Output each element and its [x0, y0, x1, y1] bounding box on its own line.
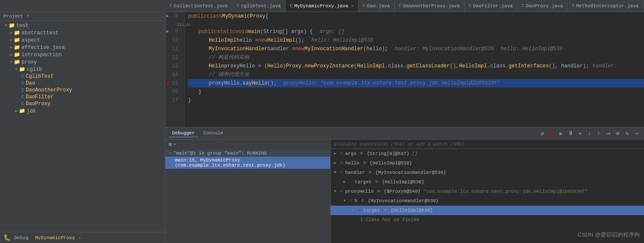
step-into-button[interactable]: ↓: [586, 130, 593, 137]
close-icon[interactable]: ✕: [78, 235, 81, 240]
var-item-proxyhello[interactable]: ▼ ○ proxyHello = {$Proxy0@540} "com.exam…: [331, 187, 644, 196]
watermark: CSDN @爱叨叨的程序狗: [577, 231, 640, 239]
code-content[interactable]: public class MyDynamicProxy { public sta…: [185, 12, 644, 127]
tab-MethodInterceptor[interactable]: i MethodInterceptor.java: [568, 0, 643, 12]
pause-button[interactable]: ⏸: [567, 130, 574, 137]
step-over-button[interactable]: ↷: [576, 130, 584, 137]
tab-MyDynamicProxy[interactable]: C MyDynamicProxy.java ✕: [286, 0, 358, 12]
tab-label: CglibTest.java: [241, 3, 280, 9]
tree-item-effectivejava[interactable]: ▶ 📁 effective.java: [0, 44, 165, 51]
folder-icon: 📁: [14, 37, 20, 43]
tree-label: jdk: [27, 108, 36, 114]
step-out-button[interactable]: ↑: [595, 130, 603, 137]
var-item-proxyhello-h-target[interactable]: ▼ ⚠ target = {HelloImpl@538}: [331, 206, 644, 215]
tree-label: DaoFilter: [26, 94, 54, 100]
chevron-right-icon: ▶: [14, 109, 19, 113]
mute-button[interactable]: ⊘: [614, 130, 622, 137]
code-line-10: HelloImpl hello = new HelloImpl (); hell…: [188, 36, 644, 45]
chevron-down-icon: ▼: [9, 60, 14, 64]
tree-label: abstracttest: [21, 30, 58, 36]
main-layout: Project ▼ ▼ 📁 test ▶ 📁 abstracttest ▶: [0, 12, 644, 243]
run-to-cursor-button[interactable]: ⟶: [605, 130, 612, 137]
folder-icon: 📁: [14, 44, 20, 51]
var-type-icon-red: ⚠: [358, 207, 361, 214]
class-icon: C: [21, 88, 24, 93]
code-line-16: }: [188, 88, 644, 96]
tab-Dao[interactable]: C Dao.java: [358, 0, 395, 12]
resume-button[interactable]: ▶: [557, 130, 565, 137]
folder-icon: 📁: [14, 59, 20, 65]
tab-icon-java: C: [469, 3, 471, 8]
check-icon: ✓: [169, 150, 172, 156]
tab-icon-interface: i: [572, 3, 574, 8]
tree-item-proxy[interactable]: ▼ 📁 proxy: [0, 58, 165, 66]
filter-icon[interactable]: ⊞: [169, 141, 172, 148]
tree-item-jdk[interactable]: ▶ 📁 jdk: [0, 107, 165, 115]
class-icon: C: [21, 95, 24, 100]
var-type-icon: ○: [340, 188, 343, 195]
tab-label: Dao.java: [367, 3, 390, 9]
tab-console[interactable]: Console: [200, 130, 227, 137]
tab-DaoAnotherProxy[interactable]: C DaoAnotherProxy.java: [395, 0, 465, 12]
dropdown-icon[interactable]: ▼: [173, 143, 176, 147]
line-num-10: 10: [165, 36, 181, 45]
tab-icon-java: C: [399, 3, 401, 8]
var-type-icon: ○: [349, 197, 352, 205]
reload-button[interactable]: ↺: [538, 130, 546, 137]
settings-button[interactable]: ✎: [623, 130, 631, 137]
hint-spacer: [188, 21, 644, 27]
run-arrow-icon: ▶: [166, 27, 169, 36]
var-item-args[interactable]: ▶ ○ args = {String[0]@537} []: [331, 149, 644, 158]
tab-close-icon[interactable]: ✕: [351, 3, 354, 9]
tree-item-abstracttest[interactable]: ▶ 📁 abstracttest: [0, 29, 165, 36]
tree-item-DaoAnotherProxy[interactable]: C DaoAnotherProxy: [0, 87, 165, 94]
tab-label: DaoProxy.java: [526, 3, 563, 9]
debug-panel: Debugger Console ↺ ■ ▶ ⏸ ↷ ↓ ↑: [165, 127, 644, 243]
thread-item-main[interactable]: ✓ "main"@1 in group "main": RUNNING: [165, 149, 330, 157]
tree-item-aspect[interactable]: ▶ 📁 aspect: [0, 36, 165, 44]
tab-DaoProxy[interactable]: C DaoProxy.java: [517, 0, 568, 12]
tab-icon-java: C: [363, 3, 365, 8]
var-item-hello[interactable]: ▶ ○ hello = {HelloImpl@538}: [331, 158, 644, 168]
tab-CollectionTest[interactable]: C CollectionTest.java: [165, 0, 232, 12]
tab-debugger[interactable]: Debugger: [169, 130, 198, 137]
var-item-handler[interactable]: ▼ ○ handler = {MyInvocationHandler@539}: [331, 168, 644, 177]
chevron-down-icon[interactable]: ▼: [27, 14, 29, 18]
tree-item-DaoProxy[interactable]: C DaoProxy: [0, 100, 165, 107]
tree-item-CglibTest[interactable]: C CglibTest: [0, 73, 165, 80]
tree-item-cglib[interactable]: ▼ 📁 cglib: [0, 66, 165, 73]
debug-tab-label[interactable]: Debug: [14, 235, 28, 240]
thread-panel-header: ⊞ ▼: [165, 140, 330, 149]
var-type-icon: ○: [340, 150, 343, 158]
stop-button[interactable]: ■: [548, 130, 556, 137]
line-numbers: ▶8 liu_pc ▶9 10 11 12 13 14 ●15 16 1: [165, 12, 185, 127]
tree-item-test[interactable]: ▼ 📁 test: [0, 22, 165, 29]
chevron-right-icon: ▶: [9, 38, 14, 43]
class-icon: C: [21, 102, 24, 106]
tab-DaoFilter[interactable]: C DaoFilter.java: [465, 0, 517, 12]
frame-item-main15[interactable]: main:15, MyDynamicProxy (com.example.ltx…: [165, 157, 330, 169]
tree-item-DaoFilter[interactable]: C DaoFilter: [0, 94, 165, 100]
eval-bar[interactable]: Evaluate expression (⌥F8) or add a watch…: [331, 140, 644, 149]
more-button[interactable]: ⋯: [633, 130, 641, 137]
folder-icon: 📁: [9, 22, 15, 29]
chevron-down-icon: ▼: [14, 67, 19, 72]
tree-item-Dao[interactable]: C Dao: [0, 80, 165, 87]
folder-icon: 📁: [14, 52, 20, 58]
expanded-icon: ▼: [334, 188, 339, 195]
tab-CglibTest[interactable]: C CglibTest.java: [232, 0, 285, 12]
tree-label: Dao: [26, 80, 35, 86]
tree-label: aspect: [21, 37, 40, 43]
run-config-label[interactable]: MyDynamicProxy: [35, 235, 75, 240]
breakpoint-icon[interactable]: ●: [166, 79, 170, 88]
tree-label: CglibTest: [26, 73, 54, 79]
chevron-right-icon: ▼: [3, 24, 9, 28]
code-area: ▶8 liu_pc ▶9 10 11 12 13 14 ●15 16 1: [165, 12, 644, 127]
bottom-tab-strip: 🐛 Debug MyDynamicProxy ✕: [0, 232, 165, 243]
tree-item-introspection[interactable]: ▶ 📁 introspection: [0, 51, 165, 58]
tree-label: introspection: [21, 52, 62, 58]
var-item-proxyhello-h[interactable]: ▼ ○ h = {MyInvocationHandler@539}: [331, 196, 644, 206]
var-item-handler-target[interactable]: ▶ ⚠ target = {HelloImpl@538}: [331, 177, 644, 187]
tree-label: DaoAnotherProxy: [26, 87, 72, 93]
thread-label: "main"@1 in group "main": RUNNING: [173, 151, 267, 156]
